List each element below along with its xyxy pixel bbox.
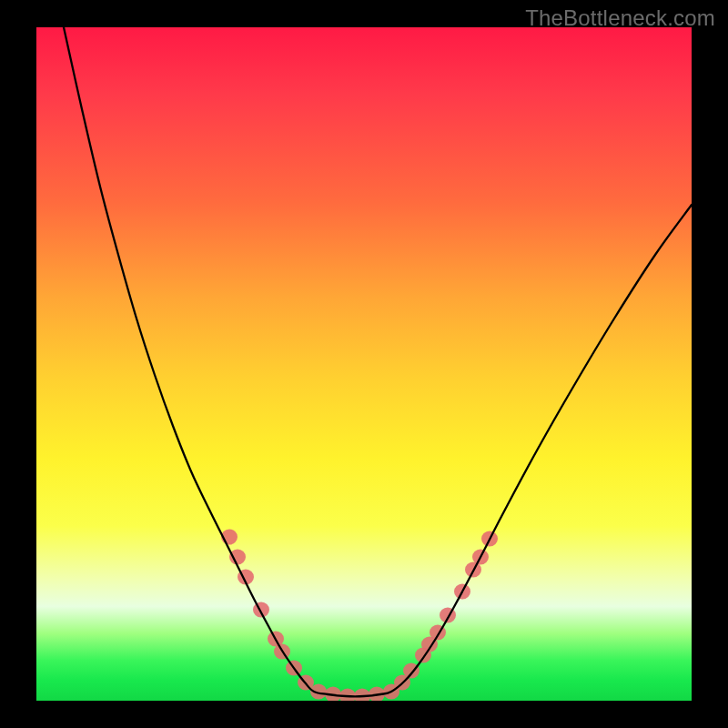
chart-frame: TheBottleneck.com <box>0 0 728 728</box>
curve-svg <box>36 27 692 701</box>
data-marker <box>253 602 269 617</box>
bottleneck-curve <box>64 27 692 696</box>
data-marker <box>229 549 246 564</box>
data-marker <box>339 688 356 701</box>
plot-area <box>36 27 692 701</box>
data-marker <box>354 688 370 701</box>
